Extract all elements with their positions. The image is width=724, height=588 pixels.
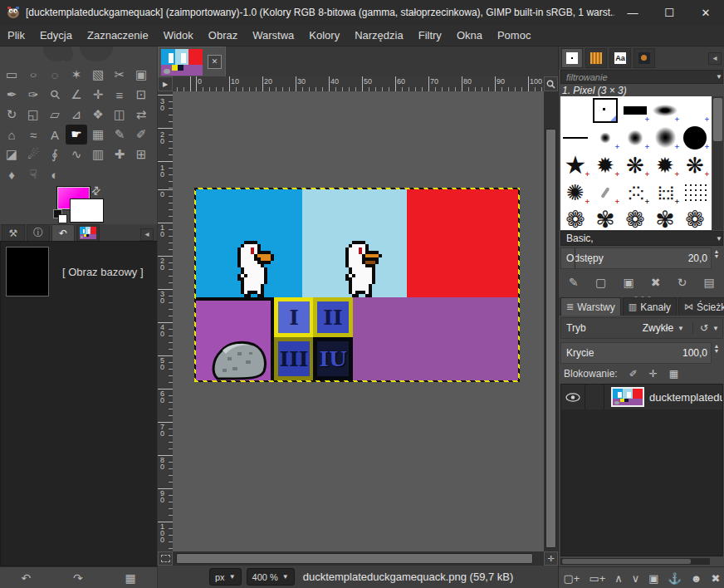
brush-thumb-pebble2[interactable]: ✾ [590, 206, 620, 230]
brush-thumb-grunge2[interactable]: ❋+ [680, 151, 710, 179]
lock-position-toggle[interactable]: ✛ [649, 368, 658, 380]
tool-shear[interactable]: ▱ [44, 105, 66, 125]
brush-thumb-grunge[interactable]: ✹+ [650, 151, 680, 179]
brush-thumb-pebble2[interactable]: ✾ [650, 206, 680, 230]
merge-mask-button[interactable]: ☻ [691, 572, 702, 585]
brush-thumb-blank[interactable]: + [680, 96, 710, 124]
minimize-button[interactable]: — [614, 0, 651, 25]
tool-gradient[interactable]: ▦ [87, 125, 109, 145]
brush-filter-dropdown[interactable]: filtrowanie ▼ [560, 70, 723, 84]
brush-thumb-grunge2[interactable]: ❋+ [620, 151, 650, 179]
tool-select-by-color[interactable]: ▧ [87, 65, 109, 85]
background-color-swatch[interactable] [70, 198, 104, 223]
refresh-brushes-button[interactable]: ↻ [678, 276, 687, 289]
brush-thumb-dash[interactable]: + [590, 179, 620, 206]
tool-paintbrush[interactable]: ✐ [130, 125, 152, 145]
brush-thumb-ellipse[interactable]: + [650, 96, 680, 124]
dockable-tab-brushes[interactable] [561, 48, 583, 68]
dockable-tab-fonts[interactable]: Aa [609, 48, 631, 68]
brush-thumb-fuzz-s[interactable]: + [590, 124, 620, 151]
menu-edycja[interactable]: Edycja [32, 25, 80, 47]
horizontal-ruler[interactable]: 0102030405060708090100 [173, 76, 544, 91]
lock-alpha-toggle[interactable]: ▦ [669, 368, 678, 380]
zoom-follow-window-button[interactable] [544, 76, 558, 91]
close-button[interactable]: ✕ [687, 0, 724, 25]
brush-thumb-cluster[interactable]: ⣗⣺+ [650, 179, 680, 206]
brush-thumb-pixel[interactable] [590, 96, 620, 124]
brush-thumb-star[interactable]: ★+ [560, 151, 590, 179]
tool-smudge[interactable]: ☟ [22, 164, 44, 184]
new-group-button[interactable]: ▭+ [589, 572, 605, 585]
tool-heal[interactable]: ✚ [109, 145, 130, 164]
tool-airbrush[interactable]: ☄ [22, 145, 44, 164]
edit-brush-button[interactable]: ✎ [569, 276, 579, 289]
tool-crop[interactable]: ⊡ [130, 85, 152, 105]
dock-tab-image-thumb[interactable] [76, 224, 100, 241]
raise-layer-button[interactable]: ∧ [614, 572, 623, 585]
unit-dropdown[interactable]: px ▼ [209, 568, 242, 586]
tool-bucket-fill[interactable]: ☛ [66, 125, 87, 145]
maximize-button[interactable]: ☐ [651, 0, 687, 25]
tool-3d-transform[interactable]: ◫ [109, 105, 130, 125]
tool-measure[interactable]: ∠ [66, 85, 87, 105]
brush-thumb-specks[interactable]: ⡪⢕+ [620, 179, 650, 206]
tool-scissors-select[interactable]: ✂ [109, 65, 130, 85]
dock-tab-tool-options[interactable]: ⚒ [2, 224, 25, 241]
anchor-layer-button[interactable]: ⚓ [668, 572, 682, 585]
new-layer-button[interactable]: ▢+ [564, 572, 580, 585]
undo-button[interactable]: ↶ [21, 571, 31, 585]
opacity-spinner[interactable]: ▲▼ [712, 344, 722, 354]
menu-obraz[interactable]: Obraz [201, 25, 245, 47]
layer-link-cell[interactable] [585, 385, 604, 409]
brush-thumb-fuzz-m[interactable]: + [620, 124, 650, 151]
lock-pixels-toggle[interactable]: ✐ [629, 368, 638, 380]
image-canvas[interactable]: cape IIIIIIIU [196, 189, 518, 380]
menu-warstwa[interactable]: Warstwa [245, 25, 301, 47]
collapse-dock-button[interactable]: ◂ [708, 52, 722, 65]
tool-rotate[interactable]: ↻ [1, 105, 22, 125]
brush-thumb-fuzz-l[interactable]: + [650, 124, 680, 151]
dock-tab-undo-history[interactable]: ↶ [51, 224, 75, 241]
brush-thumb-grunge[interactable]: ✹+ [590, 151, 620, 179]
tool-pencil[interactable]: ✎ [109, 125, 130, 145]
brush-thumb-pebble[interactable]: ❁ [680, 206, 710, 230]
brush-thumb-pebble[interactable]: ❁ [560, 206, 590, 230]
horizontal-scrollbar[interactable] [173, 551, 544, 566]
brush-grid-scrollbar[interactable] [712, 96, 723, 230]
new-brush-button[interactable]: ▢ [595, 276, 606, 289]
collapse-dock-button[interactable]: ◂ [140, 228, 154, 241]
tool-move[interactable]: ✛ [87, 85, 109, 105]
open-brush-as-image-button[interactable]: ▤ [704, 276, 715, 289]
tab-layers[interactable]: ≣Warstwy [560, 297, 621, 316]
brush-thumb-line[interactable] [560, 124, 590, 151]
brush-thumb-pebble[interactable]: ❁ [620, 206, 650, 230]
brush-thumb-dense[interactable]: ✺+ [560, 179, 590, 206]
menu-okna[interactable]: Okna [449, 25, 490, 47]
tool-fuzzy-select[interactable]: ✶ [66, 65, 87, 85]
layer-mode-dropdown[interactable]: Tryb Zwykłe ▼ ↺ ▼ [560, 317, 723, 339]
spacing-slider[interactable]: Odstępy 20,0 [560, 247, 712, 269]
brush-thumb-circle[interactable]: + [680, 124, 710, 151]
tool-color-picker[interactable]: ✑ [22, 85, 44, 105]
tool-flip[interactable]: ⇄ [130, 105, 152, 125]
menu-filtry[interactable]: Filtry [411, 25, 449, 47]
tab-paths[interactable]: ⋈Ścieżki [678, 297, 724, 316]
tool-perspective[interactable]: ⊿ [66, 105, 87, 125]
tool-text[interactable]: A [44, 125, 66, 145]
mode-reset-button[interactable]: ↺ ▼ [692, 322, 719, 334]
tool-align[interactable]: ≡ [109, 85, 130, 105]
layers-scrollbar[interactable] [560, 558, 710, 565]
tool-warp-transform[interactable]: ≈ [22, 125, 44, 145]
delete-brush-button[interactable]: ✖ [651, 276, 661, 289]
duplicate-brush-button[interactable]: ▣ [623, 276, 634, 289]
zoom-dropdown[interactable]: 400 % ▼ [247, 568, 295, 586]
dockable-tab-images[interactable] [634, 48, 655, 68]
close-icon[interactable]: ✕ [208, 55, 222, 69]
vertical-scrollbar[interactable] [544, 91, 558, 551]
menu-zaznaczenie[interactable]: Zaznaczenie [80, 25, 156, 47]
layer-row[interactable]: ducktemplateduc [561, 385, 722, 409]
menu-kolory[interactable]: Kolory [301, 25, 347, 47]
tool-blur-sharpen[interactable]: ♦ [1, 164, 22, 184]
clear-history-button[interactable]: ▦ [125, 571, 135, 585]
tool-scale[interactable]: ◱ [22, 105, 44, 125]
